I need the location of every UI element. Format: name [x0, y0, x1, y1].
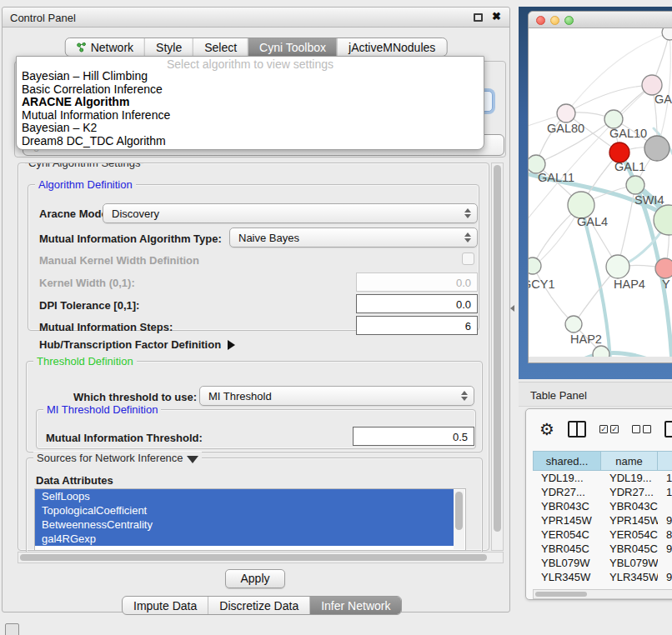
aracne-mode-combobox[interactable]: Discovery — [103, 203, 478, 223]
tab-discretize-data[interactable]: Discretize Data — [208, 597, 309, 614]
table-cell: YPR145W — [601, 513, 658, 528]
network-node[interactable] — [565, 316, 582, 332]
minimized-panel-icon[interactable] — [5, 623, 19, 635]
deselect-all-rows-icon[interactable] — [632, 425, 651, 433]
attribute-item[interactable]: BetweennessCentrality — [35, 518, 454, 532]
which-threshold-combobox[interactable]: MI Threshold — [199, 386, 474, 406]
tab-cyni-toolbox[interactable]: Cyni Toolbox — [248, 38, 337, 56]
table-cell: YIL052C — [601, 584, 658, 588]
panel-splitter-handle[interactable] — [510, 305, 514, 312]
threshold-definition-legend: Threshold Definition — [33, 355, 137, 368]
table-row[interactable]: YDL19...YDL19...13 — [533, 471, 672, 485]
network-window: GALGAL80GAL10GAL1GAL11SWI4GAL4GCY1HAP4YH… — [528, 11, 672, 363]
zoom-traffic-light-icon[interactable] — [564, 16, 574, 25]
select-all-rows-icon[interactable]: ✓✓ — [599, 425, 619, 433]
network-node[interactable] — [604, 110, 623, 128]
table-cell: YDL19... — [533, 471, 601, 485]
table-panel-window: ⚙ ✓✓ shared... name A YDL19...YDL19...13… — [525, 408, 672, 600]
tab-style[interactable]: Style — [144, 38, 193, 56]
network-node[interactable] — [557, 104, 575, 122]
settings-horizontal-scrollbar — [18, 552, 504, 563]
dropdown-prompt: Select algorithm to view settings — [17, 57, 484, 70]
apply-button[interactable]: Apply — [225, 569, 285, 588]
mi-threshold-field[interactable]: 0.5 — [353, 427, 474, 446]
attribute-item[interactable]: gal4RGexp — [35, 532, 454, 546]
column-visibility-icon[interactable] — [568, 421, 586, 438]
network-node[interactable] — [529, 258, 541, 274]
network-node-label: GAL11 — [538, 171, 574, 184]
table-cell: YDL19... — [601, 471, 658, 485]
table-cell — [658, 499, 672, 513]
close-icon[interactable]: ✖ — [492, 10, 501, 22]
network-view-frame: GALGAL80GAL10GAL1GAL11SWI4GAL4GCY1HAP4YH… — [519, 7, 672, 379]
table-row[interactable]: YBL079WYBL079W — [533, 556, 672, 570]
close-traffic-light-icon[interactable] — [536, 16, 545, 25]
gear-icon[interactable]: ⚙ — [539, 421, 554, 438]
scrollbar-thumb[interactable] — [535, 592, 587, 597]
which-threshold-label: Which threshold to use: — [73, 391, 197, 403]
network-node-label: GAL — [654, 92, 672, 106]
table-row[interactable]: YBR043CYBR043C — [533, 499, 672, 513]
table-panel-titlebar: Table Panel — [519, 382, 672, 407]
network-node[interactable] — [606, 255, 629, 278]
table-cell: YBR043C — [533, 499, 601, 513]
application-window: Control Panel ✖ Network Style Select Cyn… — [0, 0, 672, 635]
table-row[interactable]: YER054CYER054C8. — [533, 528, 672, 542]
mi-steps-field[interactable]: 6 — [356, 316, 478, 335]
table-cell — [658, 556, 672, 570]
tab-impute-data[interactable]: Impute Data — [123, 597, 208, 614]
sources-legend[interactable]: Sources for Network Inference — [33, 452, 202, 464]
mi-steps-label: Mutual Information Steps: — [39, 321, 173, 333]
kernel-width-field[interactable]: 0.0 — [356, 272, 478, 292]
scrollbar-thumb[interactable] — [20, 554, 487, 561]
table-cell: 9. — [658, 513, 672, 528]
control-panel-tabs: Network Style Select Cyni Toolbox jActiv… — [65, 38, 448, 57]
table-header: shared... name A — [533, 451, 672, 471]
float-window-icon[interactable] — [474, 13, 483, 22]
hub-definition-expander[interactable]: Hub/Transcription Factor Definition — [39, 338, 235, 351]
tab-select[interactable]: Select — [193, 38, 248, 56]
network-node[interactable] — [644, 136, 669, 161]
scrollbar-thumb[interactable] — [455, 492, 463, 530]
tab-infer-network[interactable]: Infer Network — [309, 597, 401, 614]
algorithm-option[interactable]: ARACNE Algorithm — [17, 96, 484, 109]
export-table-icon[interactable] — [664, 421, 672, 438]
attribute-item[interactable]: SelfLoops — [35, 489, 454, 503]
tab-network[interactable]: Network — [66, 38, 144, 56]
network-node[interactable] — [593, 346, 609, 357]
table-cell: YER054C — [533, 528, 601, 542]
scrollbar-thumb[interactable] — [494, 165, 501, 532]
table-cell: 9. — [658, 584, 672, 588]
network-canvas[interactable]: GALGAL80GAL10GAL1GAL11SWI4GAL4GCY1HAP4YH… — [529, 28, 672, 357]
column-header-shared-name[interactable]: shared... — [533, 451, 601, 471]
algorithm-option[interactable]: Bayesian – Hill Climbing — [17, 70, 484, 83]
expand-right-icon — [228, 340, 235, 350]
network-node[interactable] — [626, 176, 644, 194]
which-threshold-value: MI Threshold — [208, 390, 272, 402]
table-row[interactable]: YLR345WYLR345W9. — [533, 570, 672, 584]
table-row[interactable]: YIL052CYIL052C9. — [533, 584, 672, 588]
algorithm-option[interactable]: Dream8 DC_TDC Algorithm — [17, 135, 484, 148]
manual-kernel-checkbox[interactable] — [462, 252, 474, 265]
aracne-mode-value: Discovery — [112, 208, 159, 220]
minimize-traffic-light-icon[interactable] — [550, 16, 559, 25]
table-cell: 9. — [658, 542, 672, 556]
algorithm-option[interactable]: Basic Correlation Inference — [17, 83, 484, 97]
network-node[interactable] — [655, 258, 672, 278]
table-row[interactable]: YBR045CYBR045C9. — [533, 542, 672, 556]
table-cell: YIL052C — [533, 584, 601, 588]
table-cell: YBL079W — [533, 556, 601, 570]
mi-type-combobox[interactable]: Naive Bayes — [229, 228, 478, 248]
network-node[interactable] — [662, 28, 672, 40]
table-row[interactable]: YPR145WYPR145W9. — [533, 513, 672, 528]
network-window-titlebar[interactable] — [529, 12, 672, 28]
algorithm-option[interactable]: Mutual Information Inference — [17, 109, 484, 122]
column-header-name[interactable]: name — [601, 451, 658, 471]
column-header-partial[interactable]: A — [658, 451, 672, 471]
tab-jactivemnodules[interactable]: jActiveMNodules — [337, 38, 446, 56]
table-row[interactable]: YDR27...YDR27...12 — [533, 485, 672, 499]
algorithm-option[interactable]: Bayesian – K2 — [17, 122, 484, 135]
attribute-item[interactable]: TopologicalCoefficient — [35, 503, 454, 518]
mi-threshold-legend: MI Threshold Definition — [43, 403, 161, 416]
dpi-tolerance-field[interactable]: 0.0 — [356, 294, 478, 313]
